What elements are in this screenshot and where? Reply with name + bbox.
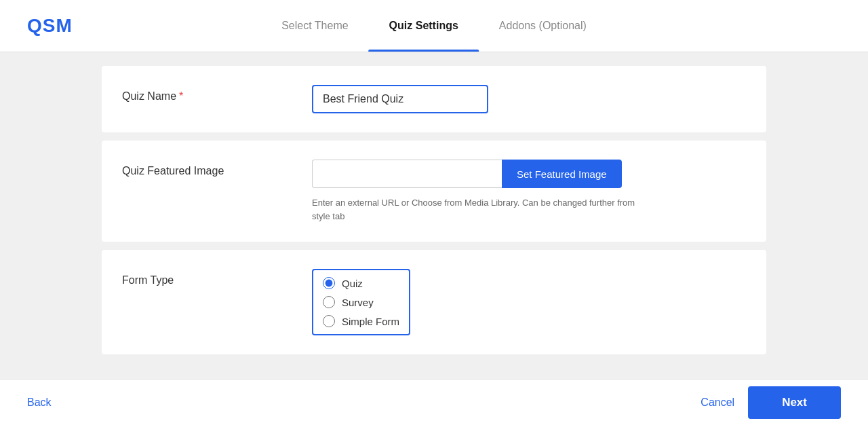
back-button[interactable]: Back [27, 391, 52, 414]
form-type-card: Form Type Quiz Survey Simple Form [102, 250, 766, 354]
cancel-button[interactable]: Cancel [701, 391, 734, 414]
required-marker: * [179, 90, 183, 102]
tab-nav: Select Theme Quiz Settings Addons (Optio… [261, 0, 607, 52]
tab-quiz-settings[interactable]: Quiz Settings [369, 0, 479, 52]
quiz-name-label: Quiz Name* [122, 85, 312, 103]
featured-image-row: Set Featured Image [312, 160, 746, 188]
form-type-content: Quiz Survey Simple Form [312, 269, 746, 335]
quiz-featured-image-card: Quiz Featured Image Set Featured Image E… [102, 141, 766, 242]
main-content: Quiz Name* Quiz Featured Image Set Featu… [0, 52, 868, 379]
footer-right: Cancel Next [701, 386, 841, 419]
featured-image-hint: Enter an external URL or Choose from Med… [312, 196, 651, 223]
header: QSM Select Theme Quiz Settings Addons (O… [0, 0, 868, 52]
radio-simple-form[interactable] [323, 315, 335, 327]
radio-quiz[interactable] [323, 277, 335, 289]
quiz-featured-image-label: Quiz Featured Image [122, 160, 312, 177]
quiz-name-content [312, 85, 746, 113]
form-type-option-quiz[interactable]: Quiz [323, 277, 399, 289]
quiz-featured-image-content: Set Featured Image Enter an external URL… [312, 160, 746, 223]
next-button[interactable]: Next [748, 386, 841, 419]
tab-select-theme[interactable]: Select Theme [261, 0, 368, 52]
featured-image-input[interactable] [312, 160, 502, 188]
radio-survey[interactable] [323, 296, 335, 308]
footer: Back Cancel Next [0, 379, 868, 425]
form-type-label: Form Type [122, 269, 312, 287]
quiz-name-input[interactable] [312, 85, 488, 113]
form-type-option-survey[interactable]: Survey [323, 296, 399, 308]
set-featured-image-button[interactable]: Set Featured Image [502, 160, 622, 188]
form-type-option-simple-form[interactable]: Simple Form [323, 315, 399, 327]
form-type-options: Quiz Survey Simple Form [312, 269, 410, 335]
logo: QSM [27, 15, 73, 37]
quiz-name-card: Quiz Name* [102, 66, 766, 132]
tab-addons[interactable]: Addons (Optional) [479, 0, 607, 52]
